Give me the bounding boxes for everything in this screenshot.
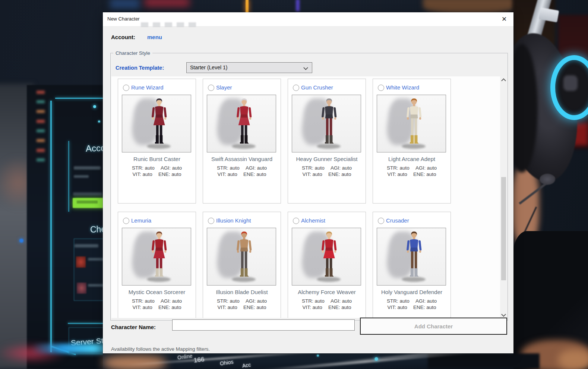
- character-card[interactable]: Slayer Swift Assassin Vanguard: [203, 79, 281, 204]
- window-title: New Character: [107, 16, 140, 22]
- stats-block: STR: auto AGI: auto VIT: auto ENE: auto: [288, 165, 366, 177]
- bg-hud-frame-line: [50, 101, 52, 352]
- class-name-label: Crusader: [386, 217, 409, 224]
- stats-block: STR: auto AGI: auto VIT: auto ENE: auto: [203, 165, 281, 177]
- bg-list-thumbnail: [76, 256, 86, 268]
- bg-hud-frame-line: [55, 98, 104, 99]
- bg-purple-neon-bar: [296, 0, 300, 11]
- bg-headset-logo: [563, 75, 578, 91]
- bg-text-smudge: [88, 258, 104, 261]
- character-grid: Rune Wizard Runic Burst Caster: [111, 76, 500, 318]
- stat-agi: AGI: auto: [331, 298, 352, 304]
- character-figure: [310, 230, 348, 284]
- character-card[interactable]: Rune Wizard Runic Burst Caster: [118, 79, 196, 204]
- bg-person-hair-top: [423, 0, 516, 13]
- radio-button-icon[interactable]: [208, 218, 214, 224]
- stat-str: STR: auto: [302, 298, 325, 304]
- radio-button-icon[interactable]: [293, 85, 299, 91]
- creation-template-dropdown[interactable]: Starter (Level 1): [186, 62, 312, 73]
- creation-template-label: Creation Template:: [116, 65, 164, 71]
- bg-green-bar-text: [77, 201, 98, 204]
- class-name-label: Alchemist: [301, 217, 325, 224]
- account-row: Account: menu: [111, 34, 135, 40]
- stat-str: STR: auto: [302, 165, 325, 171]
- chevron-up-icon: [501, 78, 506, 83]
- bg-person-arm-highlight: [558, 350, 588, 369]
- stat-agi: AGI: auto: [161, 298, 182, 304]
- character-portrait: [292, 95, 361, 152]
- character-card[interactable]: White Wizard Light Arcane Adep: [373, 79, 451, 204]
- bg-orange-neon-bar: [246, 0, 249, 13]
- bg-hud-frame-line: [68, 141, 69, 212]
- stat-vit: VIT: auto: [303, 304, 322, 310]
- stat-ene: ENE: auto: [158, 171, 181, 177]
- stat-str: STR: auto: [132, 165, 155, 171]
- scroll-down-button[interactable]: [500, 312, 507, 318]
- account-menu-link[interactable]: menu: [147, 34, 162, 40]
- stat-agi: AGI: auto: [415, 165, 437, 171]
- stat-ene: ENE: auto: [243, 304, 266, 310]
- stat-agi: AGI: auto: [331, 165, 352, 171]
- character-name-input[interactable]: [172, 319, 355, 331]
- character-figure: [310, 97, 348, 151]
- bg-cyan-dot: [317, 354, 319, 357]
- bg-text-smudge: [73, 192, 102, 196]
- stat-str: STR: auto: [387, 298, 410, 304]
- character-card[interactable]: Illusion Knight Illusion Blade: [203, 212, 281, 318]
- add-character-button[interactable]: Add Character: [360, 318, 507, 335]
- build-name-label: Swift Assassin Vanguard: [203, 156, 281, 162]
- class-name-label: White Wizard: [386, 84, 419, 91]
- stat-ene: ENE: auto: [328, 304, 351, 310]
- chevron-down-icon: [501, 312, 506, 317]
- character-portrait: [122, 95, 191, 152]
- character-portrait: [292, 228, 361, 286]
- radio-button-icon[interactable]: [293, 218, 299, 224]
- character-card[interactable]: Crusader Holy Vanguard Defende: [373, 212, 451, 318]
- radio-button-icon[interactable]: [378, 85, 384, 91]
- character-card[interactable]: Lemuria Mystic Ocean Sorcerer: [118, 212, 196, 318]
- bg-icon-column: [37, 91, 45, 165]
- stats-block: STR: auto AGI: auto VIT: auto ENE: auto: [118, 298, 196, 310]
- stats-block: STR: auto AGI: auto VIT: auto ENE: auto: [203, 298, 281, 310]
- stat-ene: ENE: auto: [328, 171, 351, 177]
- new-character-dialog: New Character ✕ Account: menu Character …: [103, 12, 513, 353]
- stat-str: STR: auto: [217, 298, 240, 304]
- stat-agi: AGI: auto: [161, 165, 182, 171]
- radio-button-icon[interactable]: [123, 218, 129, 224]
- close-icon[interactable]: ✕: [500, 15, 508, 23]
- bg-hud-frame-line: [68, 323, 105, 324]
- character-figure: [225, 230, 263, 284]
- bg-hud-dot: [98, 120, 100, 123]
- character-list-panel: Rune Wizard Runic Burst Caster: [111, 76, 500, 318]
- stat-agi: AGI: auto: [246, 165, 267, 171]
- class-name-label: Rune Wizard: [131, 84, 164, 91]
- vertical-scrollbar[interactable]: [500, 76, 507, 318]
- radio-button-icon[interactable]: [123, 85, 129, 91]
- radio-button-icon[interactable]: [378, 218, 384, 224]
- bg-list-thumbnail: [77, 283, 86, 294]
- stats-block: STR: auto AGI: auto VIT: auto ENE: auto: [373, 165, 451, 177]
- class-name-label: Lemuria: [131, 217, 151, 224]
- character-card[interactable]: Gun Crusher Heavy Gunner Speci: [288, 79, 366, 204]
- stat-vit: VIT: auto: [388, 171, 407, 177]
- bg-cyan-dot: [374, 357, 378, 361]
- radio-button-icon[interactable]: [208, 85, 214, 91]
- character-card[interactable]: Alchemist Alchemy Force Weaver: [288, 212, 366, 318]
- build-name-label: Mystic Ocean Sorcerer: [118, 289, 196, 295]
- bg-text-smudge: [74, 166, 101, 170]
- stat-vit: VIT: auto: [133, 304, 152, 310]
- stat-str: STR: auto: [387, 165, 410, 171]
- character-figure: [140, 97, 178, 151]
- character-portrait: [122, 228, 191, 286]
- scroll-up-button[interactable]: [500, 76, 507, 83]
- stat-agi: AGI: auto: [415, 298, 437, 304]
- build-name-label: Heavy Gunner Specialist: [288, 156, 366, 162]
- build-name-label: Alchemy Force Weaver: [288, 289, 366, 295]
- creation-template-value: Starter (Level 1): [190, 64, 227, 70]
- stat-vit: VIT: auto: [388, 304, 407, 310]
- account-label: Account:: [111, 34, 135, 40]
- scrollbar-thumb[interactable]: [501, 177, 506, 280]
- bg-hud-dot: [93, 105, 96, 108]
- bg-top-red-glow: [145, 0, 189, 7]
- class-name-label: Gun Crusher: [301, 84, 333, 91]
